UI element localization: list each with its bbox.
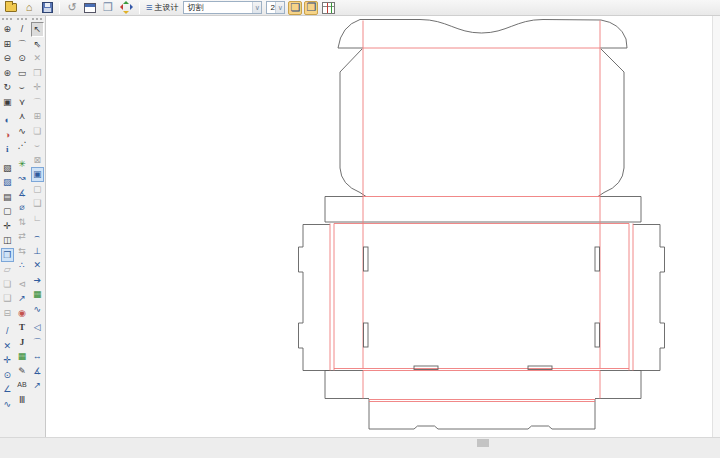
design-canvas[interactable]	[46, 16, 720, 437]
zoom-in-tool[interactable]: ⊕	[1, 22, 14, 37]
horizontal-scrollbar-thumb[interactable]	[477, 439, 489, 447]
image-split-tool[interactable]: ◫	[1, 233, 14, 248]
zoom-scale-tool[interactable]: ⊛	[1, 66, 14, 81]
horizontal-scrollbar[interactable]	[0, 437, 720, 458]
table-icon: ▦	[33, 289, 42, 299]
image-plus-tool[interactable]: ✛	[1, 219, 14, 234]
arc-point-tool[interactable]: ⌣	[16, 80, 29, 95]
text-tool[interactable]: T	[16, 320, 29, 335]
zigzag-dim-tool[interactable]: ∿	[31, 302, 44, 317]
move-tool[interactable]: ✛	[31, 80, 44, 95]
rotate-view-tool[interactable]: ↻	[1, 80, 14, 95]
group-tool[interactable]: ❑	[31, 196, 44, 211]
point-line-tool[interactable]: ⋰	[16, 138, 29, 153]
vertex-edit-tool[interactable]: ✳	[16, 157, 29, 172]
info-tool[interactable]: i	[1, 142, 14, 157]
construct-curve-tool[interactable]: ∿	[1, 397, 14, 412]
line-tool[interactable]: /	[16, 22, 29, 37]
arrow-ne-tool[interactable]: ↗	[16, 291, 29, 306]
image-stack-tool[interactable]: ❑	[1, 291, 14, 306]
mirror-arc-tool[interactable]: ⌣	[31, 138, 44, 153]
freehand-tool[interactable]: ∿	[16, 124, 29, 139]
italic-text-tool[interactable]: J	[16, 335, 29, 350]
image-add-tool[interactable]: ▧	[1, 161, 14, 176]
layer-grid-button[interactable]	[320, 1, 337, 15]
trim-tool[interactable]: ✕	[31, 258, 44, 273]
table-tool[interactable]: ▦	[31, 287, 44, 302]
image-export-tool[interactable]: ▱	[1, 262, 14, 277]
select-tool[interactable]: ↖	[31, 22, 44, 37]
frame-x-tool[interactable]: ⊠	[31, 153, 44, 168]
rotate-copy-tool[interactable]: ⌒	[31, 95, 44, 110]
redraw-tool[interactable]: ◐	[1, 113, 14, 128]
duplicate-tool[interactable]: ❒	[31, 66, 44, 81]
extend-tool[interactable]: ➔	[31, 273, 44, 288]
pencil-edit-tool[interactable]: ✎	[16, 364, 29, 379]
new-design-button[interactable]: ⌂	[21, 1, 37, 15]
flag-tool[interactable]: ⊲	[16, 277, 29, 292]
box-3d-tool[interactable]: ▢	[31, 182, 44, 197]
point-add-tool[interactable]: ∴	[16, 258, 29, 273]
zoom-window-tool[interactable]: ⊞	[1, 37, 14, 52]
screen-capture-tool[interactable]: ▢	[1, 204, 14, 219]
dim-diagonal-tool[interactable]: ↗	[31, 378, 44, 393]
image-folder-tool[interactable]: ❐	[1, 248, 14, 263]
perpendicular-tool[interactable]: ⊥	[31, 244, 44, 259]
image-insert-tool[interactable]: ▨	[1, 175, 14, 190]
arc-point-icon: ⌣	[19, 82, 25, 92]
fillet-tool[interactable]: ⌢	[31, 229, 44, 244]
image-list-tool[interactable]: ▤	[1, 190, 14, 205]
hatch-fill-tool[interactable]: ▦	[16, 349, 29, 364]
radius-tool[interactable]: ⌀	[16, 200, 29, 215]
construct-circle-tool[interactable]: ⊙	[1, 368, 14, 383]
delete-tool[interactable]: ✕	[31, 51, 44, 66]
toolbar-drag-handle[interactable]	[17, 18, 27, 20]
open-file-button[interactable]	[3, 1, 19, 15]
stretch-v-tool[interactable]: ⇅	[16, 215, 29, 230]
line-type-select[interactable]: 切割∨	[183, 1, 262, 14]
image-copy-tool[interactable]: ❏	[1, 277, 14, 292]
freehand-icon: ∿	[18, 126, 26, 136]
refresh-button[interactable]: ↺	[64, 1, 80, 15]
dim-horizontal-tool[interactable]: ◁	[31, 320, 44, 335]
arc-tool[interactable]: ⌒	[16, 37, 29, 52]
solid-3d-tool[interactable]: ▣	[31, 167, 44, 182]
construct-cross-tool[interactable]: ✕	[1, 339, 14, 354]
offset-tool[interactable]: ⇆	[16, 244, 29, 259]
paste-frame-tool[interactable]: ⊞	[31, 109, 44, 124]
construct-crosshair-tool[interactable]: ✛	[1, 353, 14, 368]
center-view-tool[interactable]: ▣	[1, 95, 14, 110]
circle-tool[interactable]: ⊙	[16, 51, 29, 66]
stretch-h-tool[interactable]: ⇄	[16, 229, 29, 244]
layer-sheet-button[interactable]: ❏	[288, 1, 302, 15]
label-ab-tool[interactable]: AB	[16, 378, 29, 393]
highlight-tool[interactable]: ◉	[16, 306, 29, 321]
toolbar-drag-handle[interactable]	[2, 18, 12, 20]
barcode-tool[interactable]: Ⅲ	[16, 393, 29, 408]
dim-line-tool[interactable]: ↔	[31, 349, 44, 364]
refresh-view-tool[interactable]: ◑	[1, 128, 14, 143]
window-view-button[interactable]	[82, 1, 98, 15]
rectangle-tool[interactable]: ▭	[16, 66, 29, 81]
toolbar-drag-handle[interactable]	[32, 18, 42, 20]
solid-view-button[interactable]: ❒	[100, 1, 116, 15]
zoom-out-tool[interactable]: ⊖	[1, 51, 14, 66]
angle-measure-tool[interactable]: ∡	[16, 186, 29, 201]
move-point-tool[interactable]: ↝	[16, 171, 29, 186]
image-group-tool[interactable]: ⊟	[1, 306, 14, 321]
align-tool[interactable]: ❏	[31, 124, 44, 139]
polyline-tool[interactable]: ⋎	[16, 95, 29, 110]
construct-line-tool[interactable]: /	[1, 324, 14, 339]
vertical-scrollbar[interactable]	[712, 16, 720, 437]
convert-3d-button[interactable]	[118, 1, 135, 15]
dim-angle-tool[interactable]: ∡	[31, 364, 44, 379]
pointage-select[interactable]: 2∨	[266, 1, 285, 14]
multi-select-tool[interactable]: ⇖	[31, 37, 44, 52]
save-button[interactable]	[39, 1, 55, 15]
construct-angle-tool[interactable]: ∠	[1, 382, 14, 397]
double-line-tool[interactable]: ⋏	[16, 109, 29, 124]
dim-arc-tool[interactable]: ⌒	[31, 335, 44, 350]
corner-tool[interactable]: ∟	[31, 211, 44, 226]
master-design-button[interactable]: ≡主设计	[144, 1, 180, 15]
layer-edit-button[interactable]: ❐	[304, 1, 318, 15]
